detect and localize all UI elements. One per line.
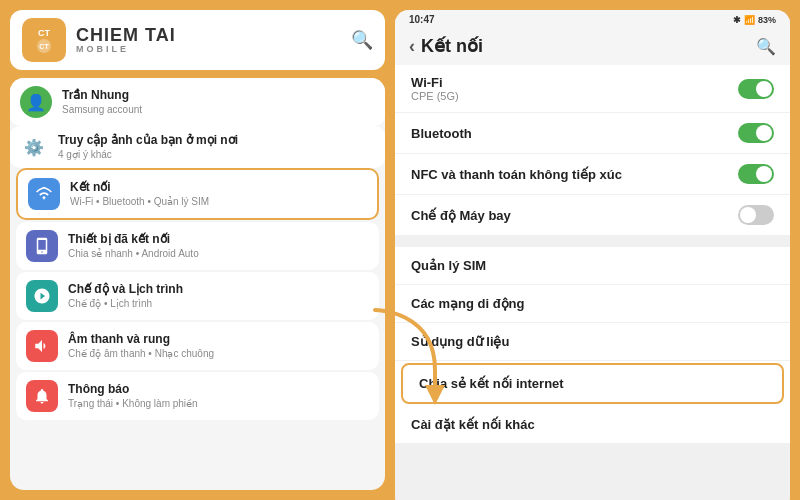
ket-noi-subtitle: Wi-Fi • Bluetooth • Quản lý SIM [70, 195, 367, 208]
right-panel: 10:47 ✱ 📶 83% ‹ Kết nối 🔍 Wi-Fi [395, 10, 790, 500]
mobile-networks-item[interactable]: Các mạng di động [395, 285, 790, 323]
main-container: CT CT CHIEM TAI MOBILE 🔍 👤 Trần Nhung Sa… [0, 0, 800, 500]
am-thanh-subtitle: Chế độ âm thanh • Nhạc chuông [68, 347, 369, 360]
logo-icon: CT CT [22, 18, 66, 62]
logo-bar: CT CT CHIEM TAI MOBILE 🔍 [10, 10, 385, 70]
bluetooth-item-title: Bluetooth [411, 126, 738, 141]
airplane-item-title: Chế độ Máy bay [411, 208, 738, 223]
wifi-item-title: Wi-Fi [411, 75, 738, 90]
settings-list: Kết nối Wi-Fi • Bluetooth • Quản lý SIM … [10, 168, 385, 490]
thong-bao-subtitle: Trạng thái • Không làm phiền [68, 397, 369, 410]
wifi-icon [28, 178, 60, 210]
hotspot-item[interactable]: Chia sẻ kết nối internet [401, 363, 784, 404]
user-account: Samsung account [62, 103, 375, 116]
right-time: 10:47 [409, 14, 435, 25]
airplane-item[interactable]: Chế độ Máy bay [395, 195, 790, 235]
promo-item[interactable]: ⚙️ Truy cập ảnh của bạn ở mọi nơi 4 gợi … [10, 126, 385, 168]
right-search-icon[interactable]: 🔍 [756, 37, 776, 56]
airplane-toggle[interactable] [738, 205, 774, 225]
bluetooth-item-text: Bluetooth [411, 126, 738, 141]
notif-icon [26, 380, 58, 412]
left-panel: CT CT CHIEM TAI MOBILE 🔍 👤 Trần Nhung Sa… [0, 0, 395, 500]
svg-text:CT: CT [38, 28, 50, 38]
right-battery: 83% [758, 15, 776, 25]
svg-text:CT: CT [39, 43, 49, 50]
sim-title: Quản lý SIM [411, 258, 486, 273]
che-do-item[interactable]: Chế độ và Lịch trình Chế độ • Lịch trình [16, 272, 379, 320]
hotspot-title: Chia sẻ kết nối internet [419, 376, 564, 391]
user-item[interactable]: 👤 Trần Nhung Samsung account [10, 78, 385, 126]
back-arrow-icon: ‹ [409, 36, 415, 57]
back-button[interactable]: ‹ Kết nối [409, 35, 483, 57]
thiet-bi-text: Thiết bị đã kết nối Chia sẻ nhanh • Andr… [68, 232, 369, 259]
bluetooth-item[interactable]: Bluetooth [395, 113, 790, 154]
thong-bao-item[interactable]: Thông báo Trạng thái • Không làm phiền [16, 372, 379, 420]
wifi-item[interactable]: Wi-Fi CPE (5G) [395, 65, 790, 113]
promo-text: Truy cập ảnh của bạn ở mọi nơi 4 gợi ý k… [58, 133, 375, 160]
user-name: Trần Nhung [62, 88, 375, 102]
mobile-networks-title: Các mạng di động [411, 296, 525, 311]
wifi-item-subtitle: CPE (5G) [411, 90, 738, 102]
nfc-item-title: NFC và thanh toán không tiếp xúc [411, 167, 738, 182]
user-text: Trần Nhung Samsung account [62, 88, 375, 115]
right-settings-list: Wi-Fi CPE (5G) Bluetooth NFC và thanh to… [395, 65, 790, 500]
nfc-item-text: NFC và thanh toán không tiếp xúc [411, 167, 738, 182]
bluetooth-toggle[interactable] [738, 123, 774, 143]
nfc-toggle[interactable] [738, 164, 774, 184]
che-do-subtitle: Chế độ • Lịch trình [68, 297, 369, 310]
right-section-1: Wi-Fi CPE (5G) Bluetooth NFC và thanh to… [395, 65, 790, 235]
right-status-bar: 10:47 ✱ 📶 83% [395, 10, 790, 29]
right-status-icons: ✱ 📶 83% [733, 15, 776, 25]
other-item[interactable]: Cài đặt kết nối khác [395, 406, 790, 444]
nfc-item[interactable]: NFC và thanh toán không tiếp xúc [395, 154, 790, 195]
airplane-item-text: Chế độ Máy bay [411, 208, 738, 223]
che-do-title: Chế độ và Lịch trình [68, 282, 369, 296]
am-thanh-text: Âm thanh và rung Chế độ âm thanh • Nhạc … [68, 332, 369, 359]
ket-noi-title: Kết nối [70, 180, 367, 194]
user-avatar: 👤 [20, 86, 52, 118]
wifi-toggle[interactable] [738, 79, 774, 99]
ket-noi-item[interactable]: Kết nối Wi-Fi • Bluetooth • Quản lý SIM [16, 168, 379, 220]
logo-main-text: CHIEM TAI [76, 26, 176, 44]
promo-title: Truy cập ảnh của bạn ở mọi nơi [58, 133, 375, 147]
sim-item[interactable]: Quản lý SIM [395, 247, 790, 285]
page-title: Kết nối [421, 35, 483, 57]
data-usage-title: Sử dụng dữ liệu [411, 334, 509, 349]
thong-bao-text: Thông báo Trạng thái • Không làm phiền [68, 382, 369, 409]
logo-text: CHIEM TAI MOBILE [76, 26, 176, 54]
ket-noi-text: Kết nối Wi-Fi • Bluetooth • Quản lý SIM [70, 180, 367, 207]
am-thanh-item[interactable]: Âm thanh và rung Chế độ âm thanh • Nhạc … [16, 322, 379, 370]
other-title: Cài đặt kết nối khác [411, 417, 535, 432]
promo-icon: ⚙️ [20, 133, 48, 161]
promo-subtitle: 4 gợi ý khác [58, 148, 375, 161]
thiet-bi-subtitle: Chia sẻ nhanh • Android Auto [68, 247, 369, 260]
devices-icon [26, 230, 58, 262]
sounds-icon [26, 330, 58, 362]
data-usage-item[interactable]: Sử dụng dữ liệu [395, 323, 790, 361]
search-icon[interactable]: 🔍 [351, 29, 373, 51]
left-phone-screen: 👤 Trần Nhung Samsung account ⚙️ Truy cập… [10, 78, 385, 490]
am-thanh-title: Âm thanh và rung [68, 332, 369, 346]
thiet-bi-title: Thiết bị đã kết nối [68, 232, 369, 246]
right-header: ‹ Kết nối 🔍 [395, 29, 790, 65]
wifi-item-text: Wi-Fi CPE (5G) [411, 75, 738, 102]
che-do-text: Chế độ và Lịch trình Chế độ • Lịch trình [68, 282, 369, 309]
thong-bao-title: Thông báo [68, 382, 369, 396]
logo-sub-text: MOBILE [76, 44, 176, 54]
thiet-bi-item[interactable]: Thiết bị đã kết nối Chia sẻ nhanh • Andr… [16, 222, 379, 270]
right-section-2: Quản lý SIM Các mạng di động Sử dụng dữ … [395, 247, 790, 444]
modes-icon [26, 280, 58, 312]
